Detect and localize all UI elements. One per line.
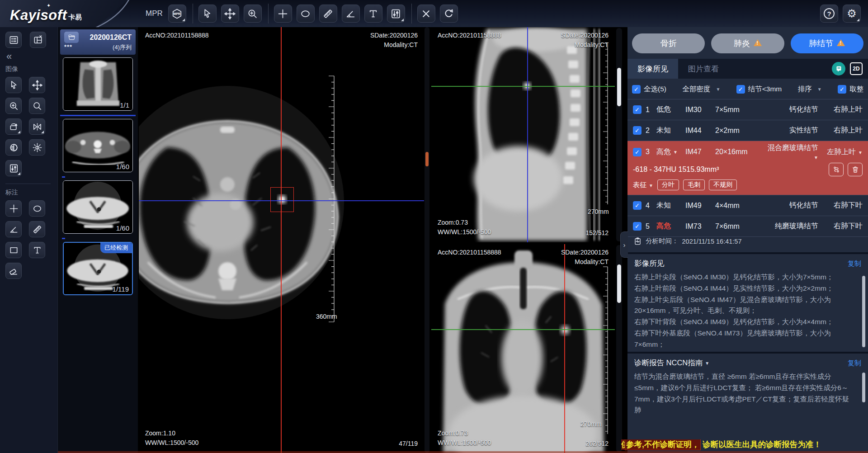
- crosshair-tool-button[interactable]: [274, 5, 292, 23]
- angle-annotation-button[interactable]: [5, 221, 22, 237]
- nodule-size: 2×2mm: [715, 127, 763, 135]
- nodule-type-dropdown[interactable]: 混合磨玻璃结节▼: [763, 143, 818, 161]
- checkbox-checked-icon[interactable]: ✓: [633, 105, 642, 114]
- viewport-coronal[interactable]: AccNO:202101158888 SDate:20200126 Modali…: [431, 244, 615, 453]
- select-all-checkbox[interactable]: ✓ 全选(5): [632, 85, 666, 94]
- zoom-tool-button[interactable]: [244, 5, 262, 23]
- report-chat-button[interactable]: [832, 62, 845, 76]
- checkbox-checked-icon[interactable]: ✓: [838, 85, 846, 94]
- zoom-level: Zoom:0.73: [438, 218, 491, 227]
- pan-tool-button[interactable]: [29, 77, 45, 93]
- nodule-row-4[interactable]: ✓ 4 未知 IM49 4×4mm 钙化结节 右肺下叶: [627, 195, 868, 216]
- window-level-tool-button[interactable]: [387, 5, 405, 23]
- crosshair-horizontal-line[interactable]: [431, 329, 615, 330]
- series-thumbnail-soft-tissue[interactable]: 1/60: [63, 119, 133, 172]
- ruler-tool-button[interactable]: [319, 5, 337, 23]
- nodule-row-5[interactable]: ✓ 5 高危 IM73 7×6mm 纯磨玻璃结节 右肺下叶: [627, 216, 868, 237]
- sort-dropdown[interactable]: 排序 ▼: [798, 85, 822, 94]
- toolbar-separator: [268, 4, 269, 24]
- help-button[interactable]: ?: [820, 5, 838, 23]
- top-toolbar: Kayisoft ✦ 卡易 MPR ? ⚙: [0, 0, 868, 27]
- viewport-sagittal[interactable]: AccNO:202101158888 SDate:20200126 Modali…: [431, 27, 615, 242]
- coronal-scroll-thumb[interactable]: [617, 264, 621, 303]
- compare-nodule-button[interactable]: [829, 163, 844, 176]
- text-annotation-button[interactable]: [29, 242, 45, 258]
- ruler-annotation-button[interactable]: [29, 221, 45, 237]
- crosshair-annotation-button[interactable]: [5, 200, 22, 217]
- delete-nodule-button[interactable]: [848, 163, 863, 176]
- layout-close-button[interactable]: [30, 32, 46, 48]
- findings-scrollbar[interactable]: [862, 276, 865, 347]
- zoom-in-tool-button[interactable]: [5, 98, 22, 114]
- rectangle-icon: [9, 245, 19, 255]
- crosshair-vertical-line[interactable]: [281, 27, 282, 453]
- brightness-tool-button[interactable]: [29, 139, 45, 156]
- nodule-row-3-selected[interactable]: ✓ 3 高危▼ IM47 20×16mm 混合磨玻璃结节▼ 左肺上叶▼ -618…: [627, 141, 868, 195]
- trait-dropdown[interactable]: 表征▼: [633, 181, 653, 189]
- nodule-risk-dropdown[interactable]: 高危▼: [656, 147, 685, 157]
- nodule-annotation-box[interactable]: [270, 187, 294, 212]
- trait-tag[interactable]: 分叶: [657, 179, 679, 190]
- series-thumbnail-selected[interactable]: 已经检测 1/119: [63, 242, 133, 295]
- module-pneumonia-button[interactable]: 肺炎: [711, 33, 784, 53]
- report-scrollbar[interactable]: [862, 373, 865, 402]
- checkbox-checked-icon[interactable]: ✓: [633, 201, 642, 210]
- text-tool-button[interactable]: [364, 5, 382, 23]
- flip-tool-button[interactable]: [29, 118, 45, 135]
- checkbox-checked-icon[interactable]: ✓: [633, 222, 642, 231]
- report-title-dropdown[interactable]: 诊断报告 NCCN指南 ▼: [634, 358, 709, 368]
- checkbox-checked-icon[interactable]: ✓: [633, 126, 642, 135]
- sagittal-scroll-thumb[interactable]: [617, 68, 621, 106]
- clear-annotations-button[interactable]: [417, 5, 435, 23]
- coronal-slice-scrollbar[interactable]: [616, 245, 622, 452]
- crosshair-vertical-line[interactable]: [564, 244, 565, 453]
- nodule-number: 2: [646, 127, 656, 135]
- module-lung-nodule-button[interactable]: 肺结节: [791, 33, 863, 53]
- eraser-annotation-button[interactable]: [5, 263, 22, 279]
- reset-view-button[interactable]: [440, 5, 458, 23]
- toggle-2d-view-button[interactable]: 2D: [850, 62, 863, 75]
- round-checkbox[interactable]: ✓ 取整: [838, 85, 863, 94]
- trait-tag[interactable]: 不规则: [709, 179, 737, 190]
- pointer-tool-button[interactable]: [5, 77, 22, 93]
- nodule-row-2[interactable]: ✓ 2 未知 IM44 2×2mm 实性结节 右肺上叶: [627, 120, 868, 141]
- study-header[interactable]: 20200126CT *** (4)序列: [60, 29, 136, 55]
- invert-tool-button[interactable]: [5, 139, 22, 156]
- checkbox-checked-icon[interactable]: ✓: [633, 148, 642, 156]
- ellipse-tool-button[interactable]: [297, 5, 315, 23]
- tab-image-findings[interactable]: 影像所见: [627, 59, 678, 79]
- nodule-lobe-dropdown[interactable]: 左肺上叶▼: [818, 147, 863, 157]
- trait-tag[interactable]: 毛刺: [683, 179, 705, 190]
- settings-button[interactable]: ⚙: [843, 5, 861, 23]
- crosshair-horizontal-line[interactable]: [431, 86, 615, 87]
- ellipse-annotation-button[interactable]: [29, 200, 45, 217]
- open-study-button[interactable]: [64, 32, 79, 43]
- series-thumbnail-scout[interactable]: 1/1: [63, 57, 133, 111]
- viewport-axial[interactable]: AccNO:202101158888 SDate:20200126 Modali…: [139, 27, 424, 453]
- sagittal-slice-scrollbar[interactable]: [616, 28, 622, 241]
- axial-scroll-thumb[interactable]: [425, 152, 429, 166]
- checkbox-checked-icon[interactable]: ✓: [632, 85, 641, 94]
- module-fracture-button[interactable]: 骨折: [632, 33, 705, 53]
- checkbox-checked-icon[interactable]: ✓: [736, 85, 745, 94]
- rectangle-annotation-button[interactable]: [5, 242, 22, 258]
- density-filter-dropdown[interactable]: 全部密度 ▼: [682, 85, 720, 94]
- nodule-row-1[interactable]: ✓ 1 低危 IM30 7×5mm 钙化结节 右肺上叶: [627, 99, 868, 120]
- window-level-tool-button[interactable]: [5, 160, 22, 176]
- series-thumbnail-lung-window[interactable]: 1/60: [63, 180, 133, 234]
- axial-slice-scrollbar[interactable]: [425, 27, 429, 453]
- collapse-sidebar-button[interactable]: «: [6, 52, 14, 61]
- tab-image-view[interactable]: 图片查看: [678, 59, 729, 79]
- copy-findings-button[interactable]: 复制: [848, 260, 861, 268]
- angle-tool-button[interactable]: [342, 5, 360, 23]
- pointer-tool-button[interactable]: [198, 5, 217, 23]
- report-list-button[interactable]: [5, 32, 22, 48]
- rotate-tool-button[interactable]: [5, 118, 22, 135]
- small-nodule-checkbox[interactable]: ✓ 结节<3mm: [736, 85, 782, 94]
- copy-report-button[interactable]: 复制: [848, 359, 861, 368]
- mpr-dropdown-button[interactable]: [168, 5, 186, 23]
- collapse-panel-handle[interactable]: ›: [620, 231, 628, 258]
- crosshair-vertical-line[interactable]: [527, 27, 528, 242]
- magnifier-tool-button[interactable]: [29, 98, 45, 114]
- pan-tool-button[interactable]: [221, 5, 239, 23]
